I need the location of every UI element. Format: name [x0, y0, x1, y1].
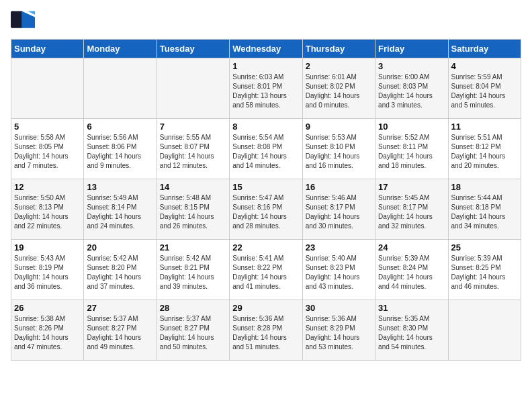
day-number: 1 — [232, 61, 299, 71]
day-number: 12 — [14, 182, 81, 192]
header-wednesday: Wednesday — [230, 40, 302, 58]
day-number: 27 — [87, 303, 153, 313]
day-number: 3 — [378, 61, 445, 71]
cell-content: Sunrise: 5:37 AM Sunset: 8:27 PM Dayligh… — [160, 314, 226, 352]
day-number: 21 — [160, 242, 226, 253]
day-number: 6 — [87, 122, 153, 132]
day-number: 23 — [306, 242, 372, 253]
calendar-week-row: 5Sunrise: 5:58 AM Sunset: 8:05 PM Daylig… — [11, 119, 521, 179]
cell-content: Sunrise: 5:39 AM Sunset: 8:25 PM Dayligh… — [451, 254, 518, 291]
day-number: 26 — [14, 303, 81, 313]
calendar-cell: 9Sunrise: 5:53 AM Sunset: 8:10 PM Daylig… — [302, 119, 375, 179]
day-number: 5 — [14, 122, 81, 132]
calendar-cell: 27Sunrise: 5:37 AM Sunset: 8:27 PM Dayli… — [84, 300, 157, 361]
day-number: 13 — [87, 182, 153, 192]
cell-content: Sunrise: 5:38 AM Sunset: 8:26 PM Dayligh… — [14, 314, 81, 352]
cell-content: Sunrise: 5:39 AM Sunset: 8:24 PM Dayligh… — [378, 254, 445, 291]
logo-icon — [11, 11, 35, 30]
calendar-table: SundayMondayTuesdayWednesdayThursdayFrid… — [11, 39, 521, 361]
header-saturday: Saturday — [448, 40, 521, 58]
header-sunday: Sunday — [11, 40, 84, 58]
calendar-cell: 23Sunrise: 5:40 AM Sunset: 8:23 PM Dayli… — [302, 240, 375, 300]
calendar-cell: 6Sunrise: 5:56 AM Sunset: 8:06 PM Daylig… — [84, 119, 157, 179]
cell-content: Sunrise: 6:03 AM Sunset: 8:01 PM Dayligh… — [232, 73, 299, 110]
day-number: 4 — [451, 61, 518, 71]
day-number: 9 — [306, 122, 372, 132]
calendar-cell: 15Sunrise: 5:47 AM Sunset: 8:16 PM Dayli… — [230, 179, 302, 240]
calendar-cell: 21Sunrise: 5:42 AM Sunset: 8:21 PM Dayli… — [157, 240, 229, 300]
day-number: 2 — [306, 61, 372, 71]
cell-content: Sunrise: 5:45 AM Sunset: 8:17 PM Dayligh… — [378, 193, 445, 231]
calendar-cell: 17Sunrise: 5:45 AM Sunset: 8:17 PM Dayli… — [375, 179, 448, 240]
cell-content: Sunrise: 5:44 AM Sunset: 8:18 PM Dayligh… — [451, 193, 518, 231]
cell-content: Sunrise: 5:37 AM Sunset: 8:27 PM Dayligh… — [87, 314, 153, 352]
cell-content: Sunrise: 5:41 AM Sunset: 8:22 PM Dayligh… — [232, 254, 299, 291]
cell-content: Sunrise: 5:47 AM Sunset: 8:16 PM Dayligh… — [232, 193, 299, 231]
calendar-cell: 5Sunrise: 5:58 AM Sunset: 8:05 PM Daylig… — [11, 119, 84, 179]
header-friday: Friday — [375, 40, 448, 58]
cell-content: Sunrise: 5:46 AM Sunset: 8:17 PM Dayligh… — [306, 193, 372, 231]
calendar-cell: 19Sunrise: 5:43 AM Sunset: 8:19 PM Dayli… — [11, 240, 84, 300]
calendar-week-row: 1Sunrise: 6:03 AM Sunset: 8:01 PM Daylig… — [11, 58, 521, 119]
calendar-cell: 16Sunrise: 5:46 AM Sunset: 8:17 PM Dayli… — [302, 179, 375, 240]
cell-content: Sunrise: 5:35 AM Sunset: 8:30 PM Dayligh… — [378, 314, 445, 352]
day-number: 17 — [378, 182, 445, 192]
cell-content: Sunrise: 5:50 AM Sunset: 8:13 PM Dayligh… — [14, 193, 81, 231]
calendar-cell: 2Sunrise: 6:01 AM Sunset: 8:02 PM Daylig… — [302, 58, 375, 119]
day-number: 22 — [232, 242, 299, 253]
cell-content: Sunrise: 6:00 AM Sunset: 8:03 PM Dayligh… — [378, 73, 445, 110]
cell-content: Sunrise: 5:43 AM Sunset: 8:19 PM Dayligh… — [14, 254, 81, 291]
day-number: 31 — [378, 303, 445, 313]
calendar-cell: 31Sunrise: 5:35 AM Sunset: 8:30 PM Dayli… — [375, 300, 448, 361]
day-number: 19 — [14, 242, 81, 253]
calendar-cell: 11Sunrise: 5:51 AM Sunset: 8:12 PM Dayli… — [448, 119, 521, 179]
header-thursday: Thursday — [302, 40, 375, 58]
calendar-cell: 22Sunrise: 5:41 AM Sunset: 8:22 PM Dayli… — [230, 240, 302, 300]
calendar-cell: 12Sunrise: 5:50 AM Sunset: 8:13 PM Dayli… — [11, 179, 84, 240]
cell-content: Sunrise: 5:42 AM Sunset: 8:21 PM Dayligh… — [160, 254, 226, 291]
cell-content: Sunrise: 6:01 AM Sunset: 8:02 PM Dayligh… — [306, 73, 372, 110]
day-number: 10 — [378, 122, 445, 132]
svg-rect-0 — [11, 11, 23, 28]
day-number: 25 — [451, 242, 518, 253]
svg-marker-2 — [28, 11, 35, 15]
logo — [11, 11, 38, 31]
calendar-cell: 20Sunrise: 5:42 AM Sunset: 8:20 PM Dayli… — [84, 240, 157, 300]
calendar-cell — [157, 58, 229, 119]
calendar-cell: 10Sunrise: 5:52 AM Sunset: 8:11 PM Dayli… — [375, 119, 448, 179]
calendar-cell: 4Sunrise: 5:59 AM Sunset: 8:04 PM Daylig… — [448, 58, 521, 119]
cell-content: Sunrise: 5:36 AM Sunset: 8:28 PM Dayligh… — [232, 314, 299, 352]
calendar-cell: 26Sunrise: 5:38 AM Sunset: 8:26 PM Dayli… — [11, 300, 84, 361]
calendar-cell: 8Sunrise: 5:54 AM Sunset: 8:08 PM Daylig… — [230, 119, 302, 179]
header-tuesday: Tuesday — [157, 40, 229, 58]
day-number: 16 — [306, 182, 372, 192]
day-number: 29 — [232, 303, 299, 313]
calendar-week-row: 26Sunrise: 5:38 AM Sunset: 8:26 PM Dayli… — [11, 300, 521, 361]
cell-content: Sunrise: 5:51 AM Sunset: 8:12 PM Dayligh… — [451, 133, 518, 171]
header-monday: Monday — [84, 40, 157, 58]
day-number: 18 — [451, 182, 518, 192]
cell-content: Sunrise: 5:48 AM Sunset: 8:15 PM Dayligh… — [160, 193, 226, 231]
cell-content: Sunrise: 5:55 AM Sunset: 8:07 PM Dayligh… — [160, 133, 226, 171]
calendar-cell — [11, 58, 84, 119]
cell-content: Sunrise: 5:58 AM Sunset: 8:05 PM Dayligh… — [14, 133, 81, 171]
cell-content: Sunrise: 5:36 AM Sunset: 8:29 PM Dayligh… — [306, 314, 372, 352]
day-number: 11 — [451, 122, 518, 132]
calendar-cell: 3Sunrise: 6:00 AM Sunset: 8:03 PM Daylig… — [375, 58, 448, 119]
day-number: 24 — [378, 242, 445, 253]
cell-content: Sunrise: 5:54 AM Sunset: 8:08 PM Dayligh… — [232, 133, 299, 171]
calendar-cell: 7Sunrise: 5:55 AM Sunset: 8:07 PM Daylig… — [157, 119, 229, 179]
calendar-cell: 24Sunrise: 5:39 AM Sunset: 8:24 PM Dayli… — [375, 240, 448, 300]
day-number: 7 — [160, 122, 226, 132]
calendar-cell: 29Sunrise: 5:36 AM Sunset: 8:28 PM Dayli… — [230, 300, 302, 361]
day-number: 15 — [232, 182, 299, 192]
calendar-week-row: 19Sunrise: 5:43 AM Sunset: 8:19 PM Dayli… — [11, 240, 521, 300]
calendar-cell — [448, 300, 521, 361]
calendar-header-row: SundayMondayTuesdayWednesdayThursdayFrid… — [11, 40, 521, 58]
calendar-cell: 28Sunrise: 5:37 AM Sunset: 8:27 PM Dayli… — [157, 300, 229, 361]
cell-content: Sunrise: 5:40 AM Sunset: 8:23 PM Dayligh… — [306, 254, 372, 291]
calendar-cell — [84, 58, 157, 119]
page-header — [11, 11, 521, 31]
cell-content: Sunrise: 5:42 AM Sunset: 8:20 PM Dayligh… — [87, 254, 153, 291]
day-number: 30 — [306, 303, 372, 313]
